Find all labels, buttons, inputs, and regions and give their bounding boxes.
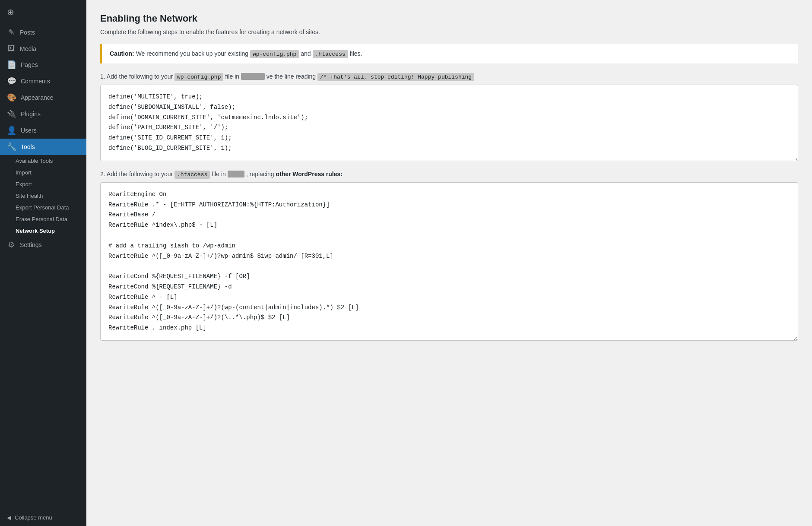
sidebar-item-tools[interactable]: 🔧 Tools ◀: [0, 139, 86, 155]
collapse-label: Collapse menu: [15, 514, 52, 521]
sidebar-item-label: Appearance: [21, 94, 54, 101]
sidebar-subitem-network-setup[interactable]: Network Setup: [0, 225, 86, 237]
sidebar-item-appearance[interactable]: 🎨 Appearance: [0, 89, 86, 106]
sidebar-item-label: Posts: [20, 29, 35, 36]
pages-icon: 📄: [7, 60, 16, 70]
step1-redacted: [241, 73, 265, 80]
caution-file2: .htaccess: [313, 50, 348, 58]
caution-end: files.: [350, 50, 362, 57]
caution-middle: and: [301, 50, 311, 57]
sidebar-item-media[interactable]: 🖼 Media: [0, 41, 86, 57]
sidebar-subitem-site-health[interactable]: Site Health: [0, 190, 86, 202]
page-subtitle: Complete the following steps to enable t…: [100, 29, 798, 35]
sidebar-item-label: Tools: [21, 143, 35, 150]
plugins-icon: 🔌: [7, 109, 16, 119]
sidebar-item-pages[interactable]: 📄 Pages: [0, 57, 86, 73]
step1-comment: /* That's all, stop editing! Happy publi…: [317, 73, 474, 81]
collapse-menu-button[interactable]: ◀ Collapse menu: [0, 509, 86, 526]
sidebar-item-label: Media: [20, 45, 36, 52]
caution-label: Caution:: [110, 50, 134, 57]
media-icon: 🖼: [7, 44, 16, 53]
caution-file1: wp-config.php: [250, 50, 299, 58]
page-title: Enabling the Network: [100, 13, 798, 24]
code-block-1[interactable]: define('MULTISITE', true); define('SUBDO…: [100, 85, 798, 161]
sidebar: ⊕ ✎ Posts 🖼 Media 📄 Pages 💬 Comments 🎨 A…: [0, 0, 86, 526]
sidebar-item-comments[interactable]: 💬 Comments: [0, 73, 86, 89]
sidebar-item-label: Pages: [21, 61, 38, 68]
sidebar-item-label: Plugins: [21, 111, 41, 117]
sidebar-item-label: Users: [21, 127, 37, 134]
step1-code: wp-config.php: [174, 73, 223, 81]
sidebar-item-settings[interactable]: ⚙ Settings: [0, 237, 86, 253]
step1-text: 1. Add the following to your wp-config.p…: [100, 73, 798, 80]
step1-text-before: Add the following to your: [107, 73, 173, 80]
step2-text-before: Add the following to your: [107, 171, 173, 177]
tools-icon: 🔧: [7, 142, 16, 152]
sidebar-item-plugins[interactable]: 🔌 Plugins: [0, 106, 86, 122]
step1-number: 1.: [100, 73, 105, 80]
sidebar-logo: ⊕: [0, 0, 86, 21]
sidebar-item-label: Comments: [21, 78, 50, 85]
sidebar-item-users[interactable]: 👤 Users: [0, 122, 86, 139]
sidebar-item-label: Settings: [20, 241, 42, 248]
users-icon: 👤: [7, 126, 16, 135]
step1-text-mid: file in: [225, 73, 239, 80]
collapse-icon: ◀: [7, 514, 11, 521]
caution-text: We recommend you back up your existing: [136, 50, 248, 57]
caution-box: Caution: We recommend you back up your e…: [100, 44, 798, 63]
sidebar-subitem-import[interactable]: Import: [0, 167, 86, 178]
comments-icon: 💬: [7, 76, 16, 86]
tools-submenu: Available Tools Import Export Site Healt…: [0, 155, 86, 237]
sidebar-subitem-export-personal-data[interactable]: Export Personal Data: [0, 202, 86, 213]
step2-number: 2.: [100, 171, 105, 177]
step2-bold: other WordPress rules:: [276, 171, 343, 177]
code-block-2[interactable]: RewriteEngine On RewriteRule .* - [E=HTT…: [100, 182, 798, 341]
sidebar-subitem-erase-personal-data[interactable]: Erase Personal Data: [0, 213, 86, 225]
wp-logo-icon: ⊕: [7, 7, 14, 17]
appearance-icon: 🎨: [7, 93, 16, 102]
step1-text-after: ve the line reading: [266, 73, 316, 80]
step2-text: 2. Add the following to your .htaccess f…: [100, 171, 798, 178]
step2-code: .htaccess: [174, 171, 210, 179]
sidebar-subitem-export[interactable]: Export: [0, 178, 86, 190]
sidebar-subitem-available-tools[interactable]: Available Tools: [0, 155, 86, 167]
settings-icon: ⚙: [7, 240, 16, 250]
posts-icon: ✎: [7, 28, 16, 37]
sidebar-item-posts[interactable]: ✎ Posts: [0, 24, 86, 41]
step2-text-after: , replacing: [246, 171, 274, 177]
step2-text-mid: file in: [212, 171, 226, 177]
tools-arrow-icon: ◀: [76, 145, 79, 149]
sidebar-menu: ✎ Posts 🖼 Media 📄 Pages 💬 Comments 🎨 App…: [0, 24, 86, 253]
step2-redacted: [228, 171, 244, 177]
main-content: Enabling the Network Complete the follow…: [86, 0, 812, 526]
